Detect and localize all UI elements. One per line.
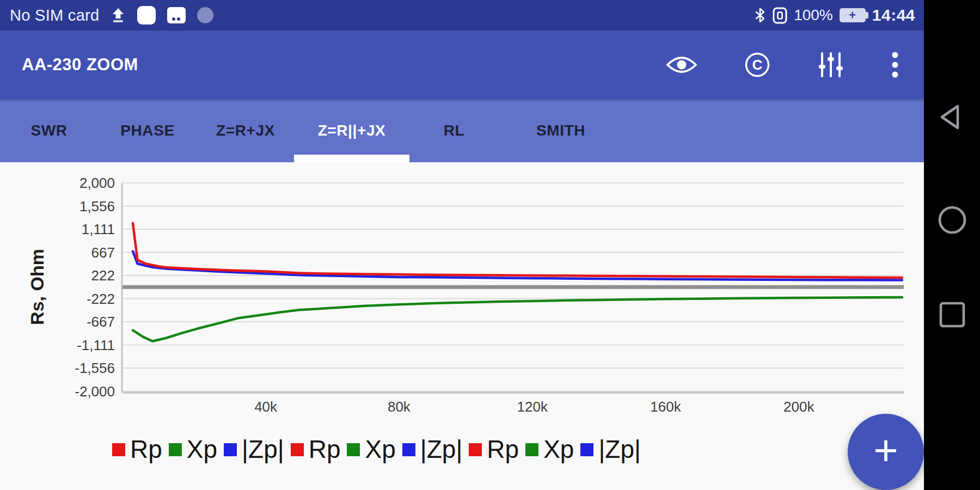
tab-z-parallel[interactable]: Z=R||+JX [294,99,409,162]
status-bar-left: No SIM card [10,6,213,24]
y-tick-label: -2,000 [75,383,115,400]
bluetooth-icon [754,7,766,23]
y-axis-title: Rs, Ohm [27,243,46,331]
legend-swatch [169,443,182,456]
legend-swatch [112,443,125,456]
y-tick-label: -667 [87,314,115,330]
x-tick-label: 40k [254,399,278,415]
upload-icon [110,7,126,23]
legend-label: Xp [365,437,395,462]
x-tick-label: 160k [650,399,681,415]
eye-icon[interactable] [666,54,697,75]
circle-icon [197,7,213,23]
y-tick-label: 1,556 [79,198,115,215]
tab-rl[interactable]: RL [409,99,499,162]
svg-text:C: C [752,57,763,73]
legend-label: Xp [543,437,574,462]
y-tick-label: 1,111 [82,221,115,237]
legend-item: |Zp| [402,437,463,462]
legend-label: |Zp| [420,437,463,462]
series-Rp [133,223,902,278]
legend-swatch [224,443,237,456]
tune-icon[interactable] [817,52,844,78]
y-tick-label: 2,000 [79,175,115,191]
tab-phase[interactable]: PHASE [98,99,197,162]
tab-bar: SWR PHASE Z=R+JX Z=R||+JX RL SMITH [0,99,924,162]
y-tick-label: -1,556 [75,360,115,376]
legend-item: Rp [469,437,519,462]
plus-icon: + [873,429,898,471]
legend-swatch [580,443,593,456]
legend-item: Xp [347,437,395,462]
chart-legend: RpXp|Zp|RpXp|Zp|RpXp|Zp| [112,437,641,462]
app-screen: No SIM card 100% + 14:44 AA-230 ZOOM [0,0,924,490]
legend-item: |Zp| [224,437,284,462]
y-tick-label: 222 [91,267,115,284]
battery-icon: + [840,8,866,22]
legend-label: Rp [487,437,519,462]
recents-icon[interactable] [938,301,966,331]
y-tick-label: -1,111 [77,337,115,353]
legend-item: Rp [112,437,162,462]
overflow-menu-icon[interactable] [891,51,899,78]
x-tick-label: 200k [783,399,814,415]
chart-area: 2,0001,5561,111667222-222-667-1,111-1,55… [0,162,924,490]
app-bar: AA-230 ZOOM C [0,30,924,99]
status-bar-right: 100% + 14:44 [754,6,915,24]
square-icon [137,6,156,24]
android-nav-bar [924,0,980,490]
page-title: AA-230 ZOOM [22,55,138,75]
legend-swatch [525,443,538,456]
legend-swatch [469,443,482,456]
legend-item: Xp [169,437,217,462]
tab-swr[interactable]: SWR [0,99,98,162]
x-tick-label: 120k [517,399,548,415]
legend-label: Rp [309,437,341,462]
document-icon [773,7,787,24]
clock-label: 14:44 [872,6,915,24]
x-tick-label: 80k [388,399,411,415]
y-tick-label: 667 [91,244,115,261]
battery-percent-label: 100% [794,7,833,24]
status-bar: No SIM card 100% + 14:44 [0,0,924,30]
copyright-icon[interactable]: C [744,52,770,78]
battery-charge-glyph: + [849,9,856,21]
carrier-label: No SIM card [10,7,99,24]
app-bar-actions: C [666,51,899,78]
legend-swatch [347,443,360,456]
screenshot-icon [167,7,186,24]
home-icon[interactable] [937,205,967,237]
back-icon[interactable] [937,102,967,134]
legend-item: Xp [525,437,574,462]
legend-label: Xp [187,437,217,462]
legend-swatch [402,443,415,456]
y-tick-label: -222 [87,291,115,307]
tab-smith[interactable]: SMITH [499,99,623,162]
active-tab-indicator [294,155,409,162]
legend-item: Rp [291,437,341,462]
series-Xp [133,297,902,341]
legend-swatch [291,443,304,456]
legend-label: Rp [130,437,162,462]
legend-label: |Zp| [242,437,284,462]
legend-label: |Zp| [598,437,641,462]
tab-z-series[interactable]: Z=R+JX [197,99,294,162]
add-button[interactable]: + [848,414,924,490]
legend-item: |Zp| [580,437,641,462]
